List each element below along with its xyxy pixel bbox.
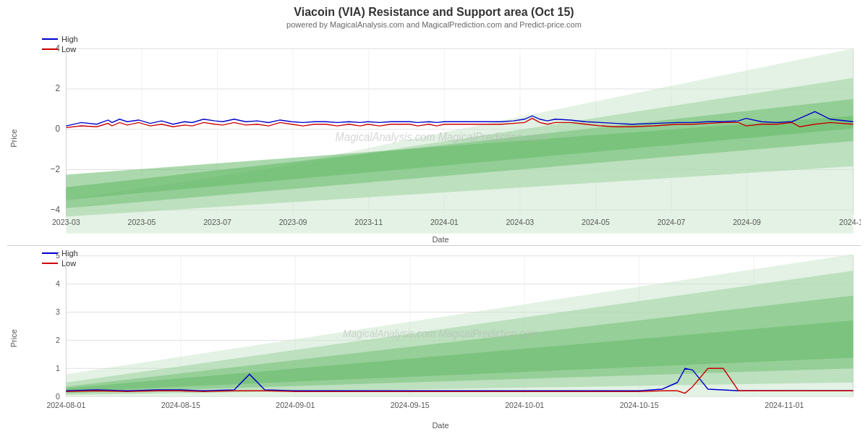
top-y-axis-label: Price [7, 32, 20, 245]
svg-text:2024-09-15: 2024-09-15 [391, 401, 430, 409]
bottom-legend-high-label: High [61, 249, 78, 258]
legend-low-label: Low [61, 45, 76, 54]
charts-wrapper: Price High Low [7, 32, 861, 431]
high-line-icon [42, 38, 58, 40]
svg-text:2023-03: 2023-03 [52, 218, 80, 227]
low-line-icon [42, 48, 58, 50]
svg-text:−4: −4 [51, 204, 60, 215]
svg-text:2024-11: 2024-11 [839, 218, 861, 227]
bottom-chart-svg-area: High Low [20, 246, 861, 420]
legend-high: High [42, 35, 78, 43]
svg-text:2024-11-01: 2024-11-01 [765, 401, 804, 409]
svg-text:2024-10-01: 2024-10-01 [505, 401, 544, 409]
svg-text:−2: −2 [51, 163, 60, 174]
legend-high-label: High [61, 35, 78, 43]
svg-text:2024-03: 2024-03 [506, 218, 534, 227]
svg-text:2023-09: 2023-09 [279, 218, 307, 227]
svg-text:4: 4 [56, 278, 60, 287]
svg-text:2024-08-01: 2024-08-01 [46, 401, 85, 409]
svg-text:2024-07: 2024-07 [658, 218, 686, 227]
bottom-x-axis-label: Date [20, 420, 861, 431]
svg-text:0: 0 [55, 124, 60, 135]
subtitle: powered by MagicalAnalysis.com and Magic… [7, 20, 861, 29]
svg-text:3: 3 [56, 307, 60, 315]
bottom-legend-low-label: Low [61, 259, 76, 268]
top-chart-svg-area: High Low [20, 32, 861, 234]
svg-text:2024-05: 2024-05 [582, 218, 610, 227]
bottom-low-line-icon [42, 263, 58, 264]
svg-text:2024-08-15: 2024-08-15 [161, 401, 200, 409]
bottom-chart-inner: High Low [20, 246, 861, 431]
bottom-legend-low: Low [42, 259, 78, 268]
svg-text:2024-09: 2024-09 [733, 218, 761, 227]
svg-text:0: 0 [56, 391, 60, 400]
bottom-y-axis-label: Price [7, 246, 20, 431]
svg-text:2: 2 [56, 335, 60, 344]
bottom-chart-container: Price High Low [7, 246, 861, 431]
svg-text:2023-11: 2023-11 [354, 218, 383, 227]
svg-text:2: 2 [55, 83, 60, 94]
page-container: Viacoin (VIA) Resistance and Support are… [0, 0, 868, 434]
bottom-legend-high: High [42, 249, 78, 258]
svg-text:MagicalAnalysis.com           : MagicalAnalysis.com MagicalPrediction.co… [336, 130, 546, 143]
legend-low: Low [42, 45, 78, 54]
top-chart-svg: 4 2 0 −2 −4 [20, 32, 861, 234]
svg-text:2023-05: 2023-05 [128, 218, 156, 227]
svg-text:2024-01: 2024-01 [430, 218, 459, 227]
svg-text:1: 1 [56, 363, 60, 372]
top-legend: High Low [42, 35, 78, 54]
top-chart-inner: High Low [20, 32, 861, 245]
bottom-legend: High Low [42, 249, 78, 268]
svg-text:2023-07: 2023-07 [203, 218, 231, 227]
svg-text:2024-09-01: 2024-09-01 [276, 401, 315, 409]
svg-text:2024-10-15: 2024-10-15 [620, 401, 659, 409]
top-chart-container: Price High Low [7, 32, 861, 246]
svg-text:MagicalAnalysis.com           : MagicalAnalysis.com MagicalPrediction.co… [343, 327, 538, 339]
bottom-high-line-icon [42, 252, 58, 254]
top-x-axis-label: Date [20, 234, 861, 245]
main-title: Viacoin (VIA) Resistance and Support are… [7, 6, 861, 19]
bottom-chart-svg: 5 4 3 2 1 0 [20, 246, 861, 420]
